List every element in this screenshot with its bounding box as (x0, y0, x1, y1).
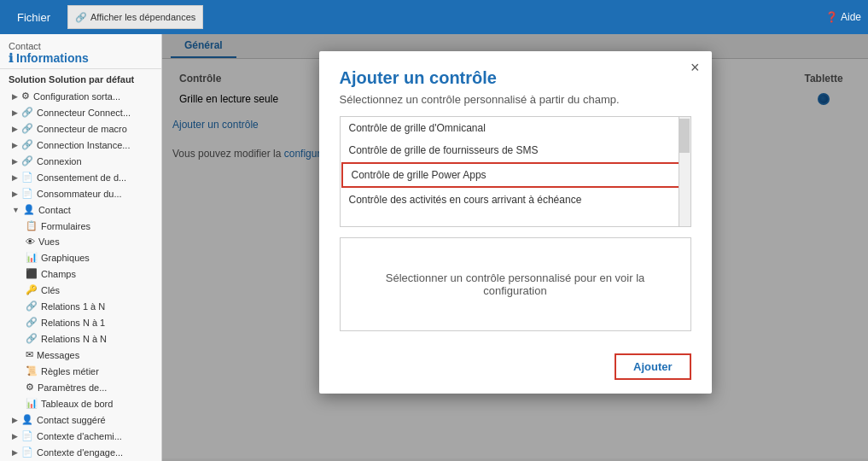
sidebar-item-graphiques[interactable]: 📊 Graphiques (9, 249, 161, 266)
dialog-body: Contrôle de grille d'Omnicanal Contrôle … (319, 116, 712, 345)
dependencies-button[interactable]: 🔗 Afficher les dépendances (67, 5, 203, 29)
sidebar-item-tableaux[interactable]: 📊 Tableaux de bord (9, 395, 161, 411)
tableaux-icon: 📊 (26, 398, 38, 409)
list-item-powerapps[interactable]: Contrôle de grille Power Apps (341, 162, 690, 188)
item-icon: 📄 (21, 188, 33, 199)
sidebar-item-parametres[interactable]: ⚙ Paramètres de... (9, 379, 161, 395)
dialog-header: × Ajouter un contrôle Sélectionnez un co… (319, 51, 712, 116)
tree-item-contact[interactable]: ▼ 👤 Contact (0, 201, 161, 218)
arrow-icon: ▶ (12, 157, 18, 166)
preview-text: Sélectionner un contrôle personnalisé po… (354, 271, 677, 297)
champs-icon: ⬛ (26, 268, 38, 279)
dialog-overlay: × Ajouter un contrôle Sélectionnez un co… (162, 34, 868, 461)
dialog: × Ajouter un contrôle Sélectionnez un co… (319, 51, 712, 394)
help-button[interactable]: ❓ Aide (825, 11, 861, 23)
sidebar-item-regles[interactable]: 📜 Règles métier (9, 363, 161, 379)
sidebar-item-relations-nn[interactable]: 🔗 Relations N à N (9, 330, 161, 347)
item-icon: ⚙ (21, 90, 30, 102)
dialog-title: Ajouter un contrôle (340, 68, 691, 88)
ajouter-button[interactable]: Ajouter (615, 353, 691, 380)
item-icon: 📄 (21, 172, 33, 183)
list-item-activites[interactable]: Contrôle des activités en cours arrivant… (341, 189, 690, 211)
tree-item[interactable]: ▶ 🔗 Connection Instance... (0, 137, 161, 153)
dialog-footer: Ajouter (319, 345, 712, 394)
arrow-icon: ▶ (12, 173, 18, 182)
info-icon: ℹ (9, 51, 13, 65)
item-icon: 🔗 (21, 123, 33, 134)
tree-item[interactable]: ▶ ⚙ Configuration sorta... (0, 88, 161, 104)
cles-icon: 🔑 (26, 284, 38, 295)
item-icon: 👤 (23, 204, 35, 215)
arrow-icon: ▶ (12, 448, 18, 457)
arrow-icon: ▶ (12, 432, 18, 441)
sidebar-item-vues[interactable]: 👁 Vues (9, 234, 161, 249)
list-scrollbar (679, 117, 690, 226)
entity-title: ℹ Informations (9, 51, 153, 65)
sidebar-item-formulaires[interactable]: 📋 Formulaires (9, 218, 161, 234)
list-item-sms[interactable]: Contrôle de grille de fournisseurs de SM… (341, 139, 690, 161)
arrow-icon: ▶ (12, 141, 18, 149)
item-icon: 🔗 (21, 155, 33, 166)
dialog-subtitle: Sélectionnez un contrôle personnalisé à … (340, 93, 691, 106)
dialog-close-button[interactable]: × (690, 60, 700, 75)
item-icon: 📄 (21, 446, 33, 458)
tree-group-contact: 📋 Formulaires 👁 Vues 📊 Graphiques ⬛ Cham… (0, 218, 161, 411)
sidebar-header: Contact ℹ Informations (0, 34, 161, 69)
item-icon: 👤 (21, 414, 33, 425)
arrow-icon: ▶ (12, 416, 18, 424)
parametres-icon: ⚙ (26, 382, 34, 393)
arrow-icon: ▶ (12, 190, 18, 198)
tree-item[interactable]: ▶ 📄 Consommateur du... (0, 185, 161, 201)
list-item-omnicanal[interactable]: Contrôle de grille d'Omnicanal (341, 117, 690, 139)
sidebar-item-champs[interactable]: ⬛ Champs (9, 266, 161, 282)
tree-item[interactable]: ▶ 🔗 Connecteur de macro (0, 120, 161, 137)
content-area: Général Contrôle Tablette Grille en lect… (162, 34, 868, 461)
relations-n1-icon: 🔗 (26, 317, 38, 328)
sidebar-item-relations-n1[interactable]: 🔗 Relations N à 1 (9, 314, 161, 330)
formulaires-icon: 📋 (26, 220, 38, 231)
help-icon: ❓ (825, 11, 838, 23)
relations-nn-icon: 🔗 (26, 333, 38, 344)
tree-item[interactable]: ▶ 📄 Contexte d'achemi... (0, 428, 161, 444)
arrow-icon: ▶ (12, 125, 18, 133)
tree-item[interactable]: ▶ 📄 Contexte d'engage... (0, 444, 161, 460)
regles-icon: 📜 (26, 365, 38, 376)
item-icon: 🔗 (21, 139, 33, 150)
control-list[interactable]: Contrôle de grille d'Omnicanal Contrôle … (340, 116, 691, 227)
relations-1n-icon: 🔗 (26, 301, 38, 312)
dependencies-icon: 🔗 (75, 12, 87, 23)
item-icon: 📄 (21, 430, 33, 441)
preview-box: Sélectionner un contrôle personnalisé po… (340, 237, 691, 331)
top-bar: Fichier 🔗 Afficher les dépendances ❓ Aid… (0, 0, 868, 34)
item-icon: 🔗 (21, 107, 33, 118)
graphiques-icon: 📊 (26, 252, 38, 263)
scroll-thumb (679, 119, 690, 153)
vues-icon: 👁 (26, 236, 35, 247)
tree-item[interactable]: ▶ 🔗 Connecteur Connect... (0, 104, 161, 120)
tree-item[interactable]: ▶ 📄 Consentement de d... (0, 169, 161, 185)
fichier-button[interactable]: Fichier (7, 3, 61, 31)
solution-label: Solution Solution par défaut (0, 69, 161, 88)
tree-item[interactable]: ▶ 🔗 Connexion (0, 153, 161, 169)
arrow-down-icon: ▼ (12, 206, 20, 214)
arrow-icon: ▶ (12, 108, 18, 117)
tree-item[interactable]: ▶ 👤 Contact suggéré (0, 411, 161, 428)
sidebar-item-cles[interactable]: 🔑 Clés (9, 282, 161, 298)
sidebar-item-messages[interactable]: ✉ Messages (9, 347, 161, 363)
main-layout: Contact ℹ Informations Solution Solution… (0, 34, 868, 461)
messages-icon: ✉ (26, 349, 33, 360)
arrow-icon: ▶ (12, 92, 18, 101)
sidebar: Contact ℹ Informations Solution Solution… (0, 34, 162, 461)
entity-label: Contact (9, 41, 153, 51)
sidebar-item-relations-1n[interactable]: 🔗 Relations 1 à N (9, 298, 161, 314)
